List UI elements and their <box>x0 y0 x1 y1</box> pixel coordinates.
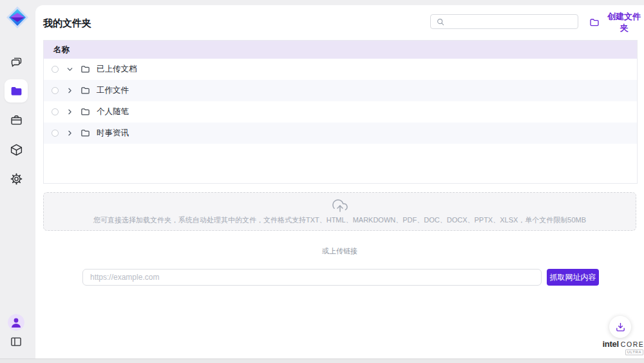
sidebar-item-cube[interactable] <box>5 138 28 161</box>
row-checkbox[interactable] <box>52 130 59 137</box>
cloud-upload-icon <box>332 198 348 213</box>
search-icon <box>436 17 445 26</box>
download-icon <box>615 322 626 333</box>
folder-name: 时事资讯 <box>97 128 129 139</box>
table-row[interactable]: 时事资讯 <box>44 123 637 144</box>
table-row[interactable]: 已上传文档 <box>44 59 637 80</box>
table-row[interactable]: 工作文件 <box>44 80 637 101</box>
folder-name: 工作文件 <box>97 85 129 96</box>
folder-filled-icon <box>10 84 23 98</box>
ultra-badge: ULTRA <box>625 349 643 355</box>
intel-text: intel <box>603 339 619 349</box>
row-checkbox[interactable] <box>52 108 59 115</box>
chevron-right-icon[interactable] <box>65 86 74 95</box>
row-checkbox[interactable] <box>52 66 59 73</box>
create-folder-label: 创建文件夹 <box>604 11 644 34</box>
create-folder-button[interactable]: 创建文件夹 <box>589 15 644 30</box>
search-box <box>430 14 578 29</box>
upload-hint-text: 您可直接选择加载文件夹，系统自动处理其中的文件，文件格式支持TXT、HTML、M… <box>93 215 586 225</box>
folder-icon <box>80 86 90 95</box>
search-input[interactable] <box>449 17 573 26</box>
folder-icon <box>80 64 90 74</box>
collapse-panel-icon[interactable] <box>5 330 28 353</box>
upload-link-divider: 或上传链接 <box>35 246 644 256</box>
table-header-name: 名称 <box>44 41 637 59</box>
user-avatar[interactable] <box>8 314 24 331</box>
fetch-url-button[interactable]: 抓取网址内容 <box>547 269 599 286</box>
folder-plus-icon <box>589 17 600 28</box>
main-content: 我的文件夹 创建文件夹 名称 <box>35 5 644 358</box>
table-row[interactable]: 个人随笔 <box>44 101 637 123</box>
sidebar-item-briefcase[interactable] <box>5 108 28 132</box>
chevron-right-icon[interactable] <box>65 108 74 116</box>
app-logo-icon[interactable] <box>5 5 30 30</box>
cube-icon <box>10 143 23 157</box>
download-fab-button[interactable] <box>609 316 631 338</box>
sidebar <box>0 0 35 358</box>
folder-name: 已上传文档 <box>97 64 137 75</box>
row-checkbox[interactable] <box>52 87 59 94</box>
folder-table: 名称 已上传文档 工作文件 <box>43 40 638 184</box>
intel-core-logo: intel CORE ULTRA <box>594 339 644 355</box>
sidebar-item-settings[interactable] <box>5 167 28 190</box>
chat-icon <box>10 55 23 69</box>
page-title: 我的文件夹 <box>43 17 91 30</box>
folder-name: 个人随笔 <box>97 106 129 117</box>
folder-icon <box>80 107 90 117</box>
chevron-right-icon[interactable] <box>65 129 74 137</box>
gear-icon <box>10 172 23 186</box>
briefcase-icon <box>10 113 23 127</box>
bottom-strip <box>0 358 644 363</box>
sidebar-item-chat[interactable] <box>5 50 28 74</box>
core-text: CORE <box>621 340 644 348</box>
folder-icon <box>80 128 90 138</box>
chevron-down-icon[interactable] <box>65 65 74 74</box>
url-input[interactable] <box>82 269 542 286</box>
app-window: 我的文件夹 创建文件夹 名称 <box>0 0 644 363</box>
sidebar-item-folders[interactable] <box>5 79 28 103</box>
upload-dropzone[interactable]: 您可直接选择加载文件夹，系统自动处理其中的文件，文件格式支持TXT、HTML、M… <box>43 192 636 231</box>
